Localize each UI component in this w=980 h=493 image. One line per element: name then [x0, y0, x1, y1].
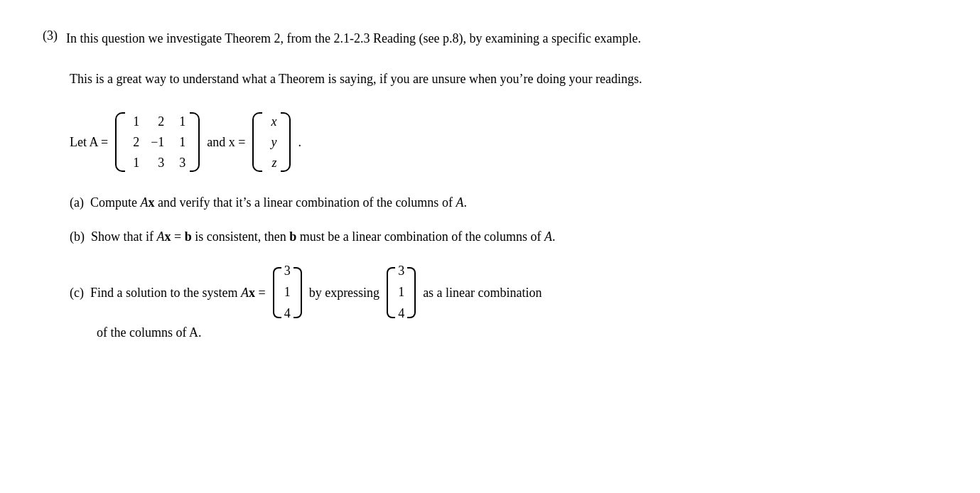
vector2: 3 1 4: [387, 261, 416, 324]
matrix-x-paren-left: [252, 112, 262, 172]
vector2-paren-right: [407, 267, 416, 318]
matrix-A-r2c3: 1: [176, 133, 185, 152]
by-expressing-label: by expressing: [309, 286, 379, 300]
part-b-letter: (b): [70, 229, 85, 244]
vector1-paren-right: [294, 267, 302, 318]
vector1-r1: 3: [284, 261, 291, 281]
matrix-x-r1: x: [266, 112, 276, 131]
part-c-letter: (c) Find a solution to the system Ax =: [70, 286, 266, 300]
part-a-text: Compute Ax and verify that it’s a linear…: [87, 195, 466, 210]
vector2-r2: 1: [398, 283, 404, 303]
vector1-r3: 4: [284, 304, 291, 324]
and-x-label: and x =: [207, 135, 245, 150]
let-a-label: Let A =: [70, 135, 108, 150]
matrix-A-paren-left: [115, 112, 125, 172]
part-a: (a) Compute Ax and verify that it’s a li…: [70, 193, 937, 213]
vector2-r1: 3: [398, 261, 404, 281]
matrix-A-r3c2: 3: [151, 153, 164, 173]
matrix-A-r1c3: 1: [176, 112, 185, 131]
vector1-content: 3 1 4: [281, 261, 294, 324]
vector2-paren-left: [387, 267, 395, 318]
matrix-A-content: 1 2 1 2 −1 1 1 3 3: [125, 109, 190, 175]
part-b-label: (b) Show that if Ax = b is consistent, t…: [70, 229, 556, 244]
problem-header: (3) In this question we investigate Theo…: [43, 28, 937, 49]
part-b-text: Show that if Ax = b is consistent, then …: [88, 229, 556, 244]
matrix-A-r1c2: 2: [151, 112, 164, 131]
problem-intro: In this question we investigate Theorem …: [66, 28, 641, 49]
matrix-A: 1 2 1 2 −1 1 1 3 3: [115, 109, 200, 175]
vector2-r3: 4: [398, 304, 404, 324]
vector1-paren-left: [273, 267, 281, 318]
matrix-x: x y z: [252, 109, 291, 175]
as-linear-combination-label: as a linear combination: [423, 286, 542, 300]
matrix-x-r2: y: [266, 133, 276, 152]
problem-number: (3): [43, 28, 58, 49]
vector1-r2: 1: [284, 283, 291, 303]
part-b: (b) Show that if Ax = b is consistent, t…: [70, 227, 937, 247]
matrix-A-r3c3: 3: [176, 153, 185, 173]
part-a-label: (a) Compute Ax and verify that it’s a li…: [70, 195, 467, 210]
vector2-content: 3 1 4: [395, 261, 407, 324]
part-c-continuation: of the columns of A.: [97, 325, 937, 340]
matrix-x-r3: z: [266, 153, 276, 173]
matrix-x-paren-right: [281, 112, 291, 172]
matrix-A-r1c1: 1: [129, 112, 139, 131]
matrix-x-content: x y z: [262, 109, 281, 175]
part-c-line: (c) Find a solution to the system Ax = 3…: [70, 261, 937, 324]
vector1: 3 1 4: [273, 261, 302, 324]
part-c: (c) Find a solution to the system Ax = 3…: [70, 261, 937, 340]
period: .: [298, 135, 301, 150]
matrix-A-r2c1: 2: [129, 133, 139, 152]
problem-container: (3) In this question we investigate Theo…: [43, 28, 937, 340]
matrix-A-r3c1: 1: [129, 153, 139, 173]
problem-description: This is a great way to understand what a…: [70, 69, 937, 90]
part-a-letter: (a): [70, 195, 84, 210]
matrix-definition-line: Let A = 1 2 1 2 −1 1 1 3 3 and x = x y: [70, 109, 937, 175]
matrix-A-r2c2: −1: [151, 133, 164, 152]
matrix-A-paren-right: [190, 112, 200, 172]
